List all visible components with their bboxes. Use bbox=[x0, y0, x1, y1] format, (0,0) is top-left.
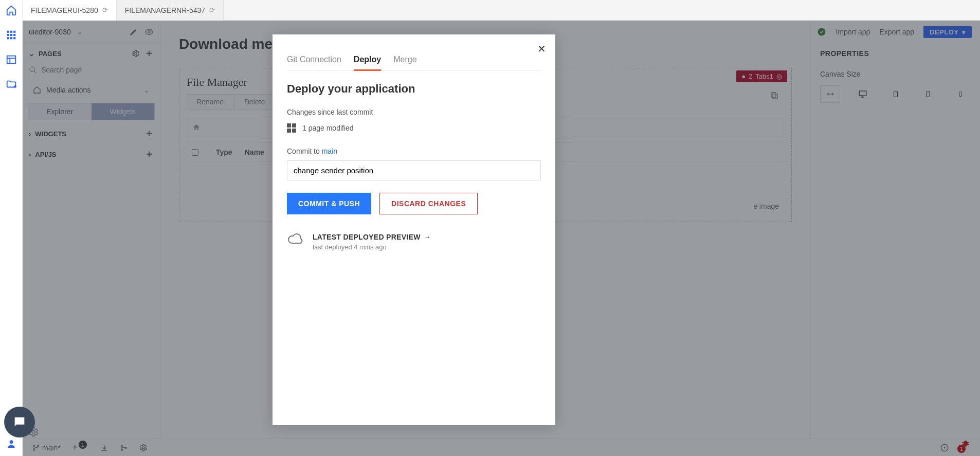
cloud-icon bbox=[287, 233, 304, 246]
discard-changes-button[interactable]: DISCARD CHANGES bbox=[379, 193, 478, 214]
svg-rect-7 bbox=[10, 37, 12, 39]
modal-tabs: Git Connection Deploy Merge bbox=[287, 50, 541, 71]
svg-rect-5 bbox=[13, 34, 15, 36]
svg-rect-6 bbox=[7, 37, 9, 39]
branch-link[interactable]: main bbox=[322, 147, 337, 155]
svg-rect-3 bbox=[7, 34, 9, 36]
deploy-info: LATEST DEPLOYED PREVIEW → last deployed … bbox=[287, 233, 541, 251]
top-tabs: FILEMAGERUI-5280 ⟳ FILEMANAGERNR-5437 ⟳ bbox=[0, 0, 980, 21]
tab-merge[interactable]: Merge bbox=[393, 50, 416, 70]
changes-since-label: Changes since last commit bbox=[287, 108, 541, 116]
tab-label: FILEMANAGERNR-5437 bbox=[125, 6, 205, 14]
commit-push-button[interactable]: COMMIT & PUSH bbox=[287, 193, 371, 214]
svg-rect-8 bbox=[13, 37, 15, 39]
user-icon[interactable] bbox=[5, 437, 17, 450]
deploy-modal: ✕ Git Connection Deploy Merge Deploy you… bbox=[273, 34, 555, 425]
left-rail bbox=[0, 0, 23, 456]
home-icon[interactable] bbox=[5, 4, 17, 16]
tab-deploy[interactable]: Deploy bbox=[354, 50, 381, 71]
modal-buttons: COMMIT & PUSH DISCARD CHANGES bbox=[287, 193, 541, 214]
tab-label: FILEMAGERUI-5280 bbox=[31, 6, 98, 14]
refresh-icon[interactable]: ⟳ bbox=[209, 6, 215, 14]
svg-rect-1 bbox=[10, 31, 12, 33]
folder-add-icon[interactable] bbox=[5, 78, 17, 90]
svg-rect-0 bbox=[7, 31, 9, 33]
svg-rect-4 bbox=[10, 34, 12, 36]
tab-git-connection[interactable]: Git Connection bbox=[287, 50, 341, 70]
document-tab-1[interactable]: FILEMANAGERNR-5437 ⟳ bbox=[117, 0, 224, 21]
arrow-right-icon: → bbox=[424, 233, 431, 241]
svg-rect-2 bbox=[13, 31, 15, 33]
commit-to-label: Commit to main bbox=[287, 147, 541, 155]
pages-modified-row: 1 page modified bbox=[287, 123, 541, 133]
document-tab-0[interactable]: FILEMAGERUI-5280 ⟳ bbox=[23, 0, 117, 21]
pages-icon bbox=[287, 123, 296, 133]
close-icon[interactable]: ✕ bbox=[537, 43, 546, 55]
chat-bubble-icon[interactable] bbox=[4, 407, 35, 437]
latest-deployed-preview-link[interactable]: LATEST DEPLOYED PREVIEW → bbox=[313, 233, 431, 241]
svg-rect-9 bbox=[7, 56, 15, 64]
modal-title: Deploy your application bbox=[287, 82, 541, 96]
svg-point-14 bbox=[9, 440, 13, 444]
commit-message-input[interactable] bbox=[287, 160, 541, 180]
layout-icon[interactable] bbox=[5, 53, 17, 66]
deploy-time: last deployed 4 mins ago bbox=[313, 243, 431, 251]
apps-grid-icon[interactable] bbox=[5, 29, 17, 41]
refresh-icon[interactable]: ⟳ bbox=[102, 6, 108, 14]
pages-modified-text: 1 page modified bbox=[302, 124, 354, 132]
